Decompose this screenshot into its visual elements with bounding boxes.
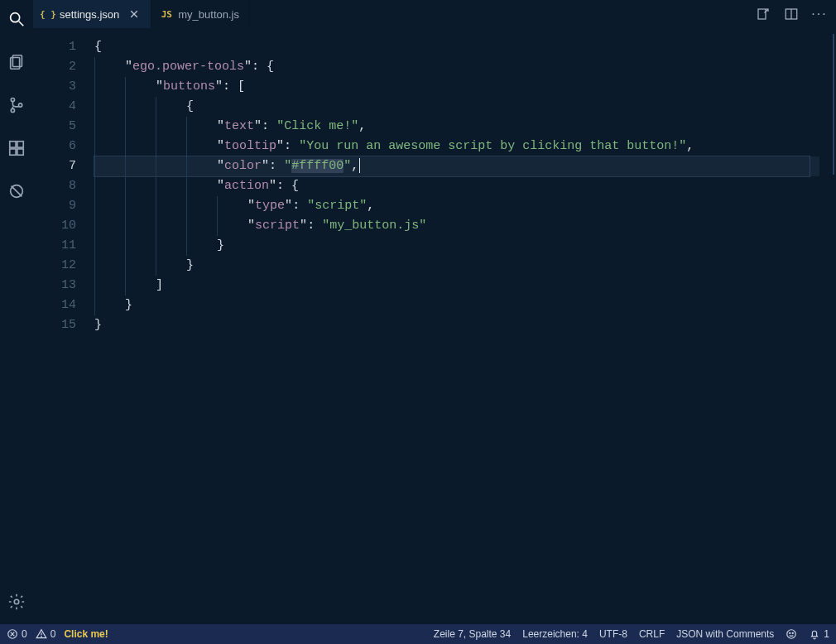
- code-line[interactable]: "action": {: [94, 176, 819, 196]
- editor-tab-label: settings.json: [60, 8, 119, 21]
- code-line[interactable]: {: [94, 37, 819, 57]
- code-editor[interactable]: 123456789101112131415 { "ego.power-tools…: [33, 29, 836, 624]
- line-number: 11: [33, 236, 76, 256]
- status-indent[interactable]: Leerzeichen: 4: [522, 628, 588, 640]
- status-cursor-position[interactable]: Zeile 7, Spalte 34: [434, 628, 511, 640]
- status-feedback-icon[interactable]: [786, 628, 797, 640]
- code-line[interactable]: "tooltip": "You run an awesome script by…: [94, 137, 819, 156]
- minimap[interactable]: [819, 29, 836, 624]
- code-line[interactable]: }: [94, 256, 819, 276]
- close-icon[interactable]: [127, 7, 141, 21]
- activity-bar: [0, 0, 33, 624]
- scroll-indicator[interactable]: [826, 29, 836, 624]
- search-icon[interactable]: [0, 3, 33, 35]
- tab-actions: ···: [752, 0, 836, 28]
- editor-tab[interactable]: { }settings.json: [33, 0, 151, 28]
- source-control-icon[interactable]: [0, 89, 33, 121]
- svg-point-26: [792, 632, 793, 633]
- svg-rect-7: [10, 142, 16, 147]
- status-eol[interactable]: CRLF: [639, 628, 665, 640]
- editor-tabs: { }settings.jsonJSmy_button.js···: [33, 0, 836, 29]
- line-number: 7: [33, 156, 76, 176]
- svg-line-1: [19, 22, 24, 26]
- code-line[interactable]: "color": "#ffff00",: [94, 156, 819, 176]
- line-number: 2: [33, 57, 76, 77]
- line-number: 9: [33, 196, 76, 216]
- svg-line-12: [12, 186, 22, 197]
- line-number: 6: [33, 137, 76, 156]
- status-errors-count: 0: [22, 628, 27, 640]
- svg-rect-8: [17, 142, 23, 147]
- status-custom-button[interactable]: Click me!: [64, 628, 108, 640]
- line-number: 14: [33, 296, 76, 315]
- files-icon[interactable]: [0, 46, 33, 78]
- more-actions-icon[interactable]: ···: [808, 2, 831, 26]
- debug-icon[interactable]: [0, 175, 33, 207]
- svg-point-5: [11, 108, 14, 112]
- line-number: 5: [33, 117, 76, 137]
- code-line[interactable]: }: [94, 315, 819, 335]
- svg-rect-9: [10, 149, 16, 155]
- line-number: 13: [33, 276, 76, 296]
- svg-point-4: [11, 98, 14, 101]
- line-number: 10: [33, 216, 76, 236]
- line-number: 12: [33, 256, 76, 276]
- status-warnings[interactable]: 0: [36, 628, 56, 640]
- line-number: 4: [33, 97, 76, 117]
- code-line[interactable]: {: [94, 97, 819, 117]
- code-line[interactable]: }: [94, 296, 819, 315]
- editor-tab[interactable]: JSmy_button.js: [151, 0, 250, 28]
- open-changes-icon[interactable]: [752, 2, 775, 26]
- status-encoding[interactable]: UTF-8: [599, 628, 627, 640]
- svg-point-6: [18, 103, 22, 107]
- svg-point-23: [41, 637, 41, 637]
- code-line[interactable]: "text": "Click me!",: [94, 117, 819, 137]
- line-number: 15: [33, 315, 76, 335]
- status-notifications-count: 1: [824, 628, 829, 640]
- code-line[interactable]: "buttons": [: [94, 77, 819, 97]
- status-errors[interactable]: 0: [7, 628, 27, 640]
- code-area[interactable]: { "ego.power-tools": { "buttons": [ { "t…: [91, 29, 819, 624]
- code-line[interactable]: ]: [94, 276, 819, 296]
- svg-point-24: [787, 630, 796, 639]
- svg-point-0: [11, 13, 20, 22]
- svg-rect-10: [17, 149, 23, 155]
- editor-tab-label: my_button.js: [178, 8, 239, 21]
- line-number: 8: [33, 176, 76, 196]
- extensions-icon[interactable]: [0, 132, 33, 164]
- status-language[interactable]: JSON with Comments: [676, 628, 774, 640]
- text-caret: [359, 158, 360, 173]
- code-line[interactable]: }: [94, 236, 819, 256]
- json-file-icon: { }: [41, 7, 55, 21]
- code-line[interactable]: "ego.power-tools": {: [94, 57, 819, 77]
- svg-rect-16: [758, 9, 766, 19]
- code-line[interactable]: "type": "script",: [94, 196, 819, 216]
- js-file-icon: JS: [160, 7, 173, 21]
- svg-point-25: [790, 632, 790, 633]
- line-number: 1: [33, 37, 76, 57]
- status-bar: 0 0 Click me! Zeile 7, Spalte 34 Leerzei…: [0, 624, 836, 644]
- code-line[interactable]: "script": "my_button.js": [94, 216, 819, 236]
- line-gutter: 123456789101112131415: [33, 29, 91, 624]
- svg-point-13: [14, 599, 19, 604]
- line-number: 3: [33, 77, 76, 97]
- split-editor-icon[interactable]: [780, 2, 803, 26]
- gear-icon[interactable]: [0, 586, 33, 618]
- status-custom-button-label: Click me!: [64, 628, 108, 640]
- status-notifications[interactable]: 1: [809, 628, 829, 640]
- status-warnings-count: 0: [50, 628, 56, 640]
